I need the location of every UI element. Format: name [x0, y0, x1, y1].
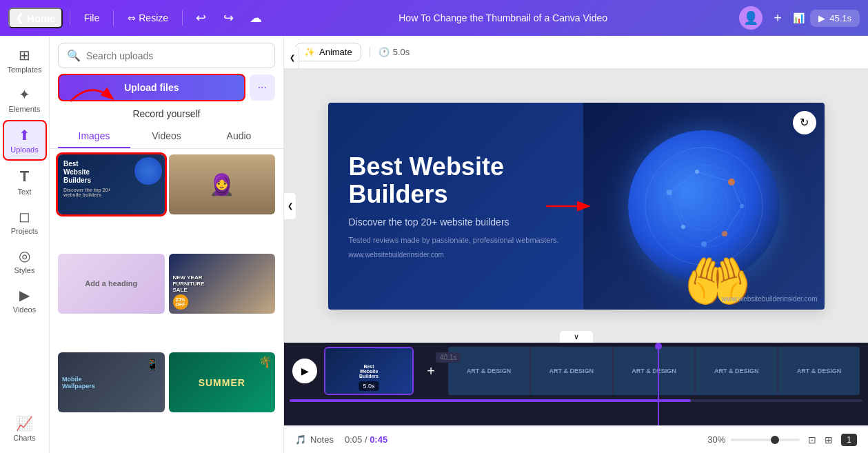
divider [70, 10, 70, 26]
play-button[interactable]: ▶ [292, 359, 317, 383]
bottom-collapse-button[interactable]: ∨ [559, 330, 594, 343]
undo-button[interactable]: ↩ [190, 7, 212, 29]
thumb-sale-label: NEW YEARFURNITURESALE [173, 274, 205, 293]
sidebar-item-uploads[interactable]: ⬆ Uploads [3, 120, 47, 161]
thumb-globe [134, 157, 162, 185]
slide-url-right: www.websitebuilderinsider.com [722, 295, 817, 303]
search-icon: 🔍 [67, 49, 81, 62]
resize-button[interactable]: ⇔ Resize [121, 10, 175, 26]
avatar[interactable]: 👤 [739, 6, 763, 30]
left-panel: 🔍 Upload files ··· Record yourself [50, 36, 284, 453]
chevron-down-icon: ∨ [574, 332, 579, 341]
add-collaborator-button[interactable]: + [768, 8, 787, 28]
page-indicator: 1 [841, 434, 857, 446]
thumb-inner: 🧕 [169, 154, 276, 214]
timeline-thumb-text: BestWebsiteBuilders [356, 361, 381, 381]
notes-button[interactable]: 🎵 Notes [295, 434, 334, 445]
thumb-mobile-icon: 📱 [145, 358, 159, 371]
slide-right-panel: 🤲 www.websitebuilderinsider.com [583, 103, 825, 310]
canvas-container: ❮ Best Website Builders Discover the top… [284, 69, 868, 343]
upload-arrow [57, 74, 119, 108]
left-collapse-button[interactable]: ❮ [284, 192, 296, 220]
sidebar-label-charts: Charts [13, 434, 35, 442]
thumbnail-item[interactable]: NEW YEARFURNITURESALE 25%OFF [169, 254, 276, 314]
timeline: ▶ BestWebsiteBuilders 5.0s + ART & DESIG… [284, 343, 868, 425]
analytics-button[interactable]: 📊 [793, 12, 805, 23]
sidebar-item-projects[interactable]: ◻ Projects [3, 203, 47, 241]
thumb-inner: NEW YEARFURNITURESALE 25%OFF [169, 254, 276, 314]
art-segment-5: ART & DESIGN [778, 347, 860, 395]
play-time: 45.1s [829, 13, 851, 23]
file-button[interactable]: File [77, 10, 107, 26]
sidebar-item-elements[interactable]: ✦ Elements [3, 81, 47, 119]
grid-view-button[interactable]: ⊞ [822, 433, 836, 447]
slide-title: Best Website Builders [349, 153, 569, 208]
time-total: 0:45 [370, 434, 387, 445]
tabs-row: Images Videos Audio [50, 125, 283, 149]
sidebar-label-projects: Projects [11, 227, 39, 235]
thumb-palm: 🌴 [259, 355, 272, 368]
resize-icon: ⇔ [128, 12, 136, 23]
chevron-left-icon: ❮ [287, 202, 293, 210]
refresh-button[interactable]: ↻ [793, 111, 816, 134]
slide-url: www.websitebuilderinsider.com [349, 251, 569, 259]
charts-icon: 📈 [16, 415, 33, 432]
duration-button[interactable]: 🕐 5.0s [370, 47, 410, 57]
record-row[interactable]: Record yourself [50, 105, 283, 125]
thumb-inner: SUMMER 🌴 [169, 352, 276, 412]
duration-value: 5.0s [393, 47, 410, 57]
upload-more-button[interactable]: ··· [250, 74, 275, 101]
thumb-inner: BestWebsiteBuilders Discover the top 20+… [58, 154, 165, 214]
clock-icon: 🕐 [379, 47, 390, 57]
tab-images[interactable]: Images [58, 125, 130, 148]
bottom-bar: 🎵 Notes 0:05 / 0:45 30% ⊡ ⊞ 1 [284, 425, 868, 453]
sidebar-item-templates[interactable]: ⊞ Templates [3, 41, 47, 79]
panel-collapse-button[interactable]: ❮ [285, 47, 299, 69]
templates-icon: ⊞ [19, 47, 30, 63]
chevron-left-icon: ❮ [290, 54, 295, 61]
home-button[interactable]: ❮ Home [8, 8, 63, 28]
present-button[interactable]: ▶ 45.1s [810, 10, 860, 27]
projects-icon: ◻ [19, 208, 30, 225]
zoom-level: 30% [707, 434, 725, 445]
thumb-mobile-label: MobileWallpapers [62, 376, 95, 390]
thumb-inner: Add a heading [58, 254, 165, 314]
fit-view-button[interactable]: ⊡ [805, 433, 819, 447]
canvas-toolbar: ❮ ✨ Animate 🕐 5.0s [284, 36, 868, 69]
sidebar-label-uploads: Uploads [10, 145, 38, 154]
zoom-slider[interactable] [731, 439, 800, 441]
time-display: 0:05 / 0:45 [345, 434, 387, 445]
animate-button[interactable]: ✨ Animate [295, 43, 361, 61]
thumb-sublabel: Discover the top 20+website builders [63, 188, 111, 197]
redo-button[interactable]: ↪ [217, 7, 239, 29]
thumbnail-item[interactable]: BestWebsiteBuilders Discover the top 20+… [58, 154, 165, 214]
sidebar-item-videos[interactable]: ▶ Videos [3, 281, 47, 319]
cloud-save-button[interactable]: ☁ [245, 7, 267, 29]
view-buttons: ⊡ ⊞ [805, 433, 836, 447]
chart-bar-icon: 📊 [793, 12, 805, 23]
tab-videos[interactable]: Videos [130, 125, 203, 148]
art-design-track: ART & DESIGN ART & DESIGN ART & DESIGN A… [448, 347, 860, 395]
sidebar-item-styles[interactable]: ◎ Styles [3, 242, 47, 280]
zoom-thumb [771, 436, 779, 444]
progress-bar-container [284, 399, 868, 405]
sidebar-item-charts[interactable]: 📈 Charts [3, 410, 47, 447]
divider [113, 10, 114, 26]
thumbnail-item[interactable]: Add a heading [58, 254, 165, 314]
elements-icon: ✦ [19, 86, 30, 103]
main-layout: ⊞ Templates ✦ Elements ⬆ Uploads T Text … [0, 36, 868, 453]
sidebar-label-templates: Templates [7, 66, 41, 74]
thumbnail-item[interactable]: 🧕 [169, 154, 276, 214]
art-segment-4: ART & DESIGN [696, 347, 778, 395]
animate-label: Animate [319, 47, 352, 57]
tab-audio[interactable]: Audio [203, 125, 275, 148]
timeline-thumb-track[interactable]: BestWebsiteBuilders 5.0s [324, 347, 414, 395]
uploads-icon: ⬆ [19, 127, 30, 143]
avatar-image: 👤 [743, 10, 758, 26]
thumbnail-item[interactable]: MobileWallpapers 📱 [58, 352, 165, 412]
search-input[interactable] [86, 50, 266, 61]
thumbnail-item[interactable]: SUMMER 🌴 [169, 352, 276, 412]
document-title: How To Change the Thumbnail of a Canva V… [272, 12, 734, 23]
sidebar-item-text[interactable]: T Text [3, 162, 47, 201]
thumbnails-grid: BestWebsiteBuilders Discover the top 20+… [50, 149, 283, 453]
